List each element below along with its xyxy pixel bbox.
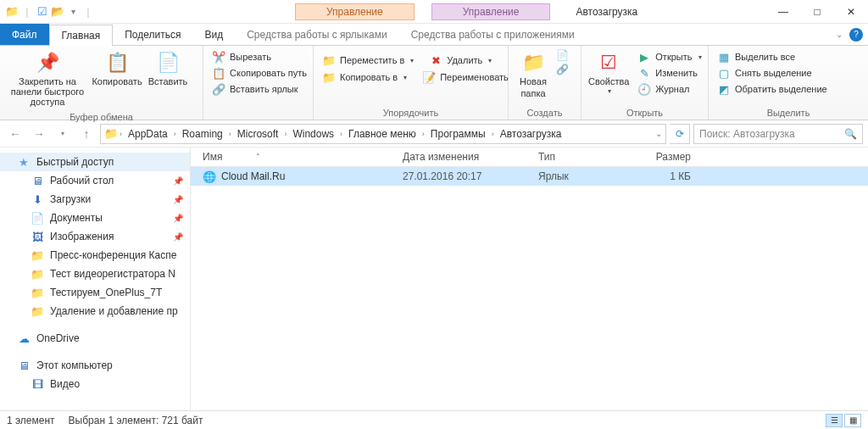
copy-button[interactable]: 📋 Копировать — [93, 49, 141, 88]
onedrive-icon: ☁ — [17, 332, 31, 345]
tab-shortcut-tools[interactable]: Средства работы с ярлыками — [235, 24, 398, 45]
crumb-windows[interactable]: Windows — [288, 128, 338, 140]
delete-button[interactable]: ✖Удалить▾ — [426, 53, 495, 68]
downloads-icon: ⬇ — [31, 192, 44, 206]
status-count: 1 элемент — [7, 415, 55, 426]
folder-icon: 📁 — [104, 127, 118, 140]
sidebar-desktop[interactable]: 🖥Рабочий стол📌 — [0, 171, 190, 190]
moveto-label: Переместить в — [340, 55, 404, 65]
refresh-button[interactable]: ⟳ — [670, 124, 690, 144]
column-date[interactable]: Дата изменения — [403, 151, 538, 163]
help-icon[interactable]: ? — [849, 28, 863, 42]
edit-label: Изменить — [655, 68, 698, 78]
navigation-pane[interactable]: ★Быстрый доступ 🖥Рабочий стол📌 ⬇Загрузки… — [0, 148, 191, 410]
ribbon-collapse-icon[interactable]: ⌄ — [836, 30, 843, 39]
crumb-startmenu[interactable]: Главное меню — [344, 128, 420, 140]
search-placeholder: Поиск: Автозагрузка — [699, 128, 795, 140]
pin-label: Закрепить на панели быстрого доступа — [7, 76, 88, 107]
breadcrumb[interactable]: 📁 › AppData› Roaming› Microsoft› Windows… — [100, 124, 666, 144]
rename-label: Переименовать — [440, 72, 509, 82]
column-type[interactable]: Тип — [538, 151, 632, 163]
easy-access-icon[interactable]: 🔗 — [556, 64, 569, 75]
qat-properties-icon[interactable]: ☑ — [36, 5, 49, 19]
qat-separator: | — [20, 5, 34, 19]
sidebar-onedrive[interactable]: ☁OneDrive — [0, 329, 190, 348]
crumb-microsoft[interactable]: Microsoft — [233, 128, 283, 140]
pin-to-quick-button[interactable]: 📌 Закрепить на панели быстрого доступа — [5, 49, 90, 109]
search-input[interactable]: Поиск: Автозагрузка 🔍 — [693, 124, 863, 144]
crumb-appdata[interactable]: AppData — [124, 128, 172, 140]
column-size[interactable]: Размер — [632, 151, 699, 163]
sidebar-folder-3[interactable]: 📁Тестируем_OnePlus_7T — [0, 283, 190, 302]
paste-shortcut-button[interactable]: 🔗Вставить ярлык — [209, 81, 310, 97]
column-headers[interactable]: Имя˄ Дата изменения Тип Размер — [191, 148, 868, 167]
sidebar-pictures[interactable]: 🖼Изображения📌 — [0, 227, 190, 246]
cut-icon: ✂️ — [212, 50, 225, 64]
file-size: 1 КБ — [632, 170, 699, 182]
crumb-roaming[interactable]: Roaming — [178, 128, 227, 140]
tab-file[interactable]: Файл — [0, 24, 49, 45]
rename-button[interactable]: 📝Переименовать — [419, 70, 512, 85]
sidebar-quick-access[interactable]: ★Быстрый доступ — [0, 153, 190, 171]
folder-icon: 📁 — [31, 304, 44, 318]
minimize-button[interactable]: — — [766, 0, 800, 24]
sidebar-downloads[interactable]: ⬇Загрузки📌 — [0, 190, 190, 209]
copyto-label: Копировать в — [340, 72, 398, 82]
properties-button[interactable]: ☑ Свойства ▾ — [587, 49, 631, 98]
column-name[interactable]: Имя˄ — [191, 151, 403, 163]
new-item-icon[interactable]: 📄 — [556, 49, 569, 61]
crumb-sep[interactable]: › — [118, 130, 124, 138]
status-selected: Выбран 1 элемент: 721 байт — [69, 415, 203, 426]
history-label: Журнал — [655, 84, 689, 94]
maximize-button[interactable]: □ — [800, 0, 834, 24]
sidebar-folder-1[interactable]: 📁Пресс-конференция Каспе — [0, 246, 190, 265]
file-row[interactable]: 🌐Cloud Mail.Ru 27.01.2016 20:17 Ярлык 1 … — [191, 167, 868, 186]
moveto-icon: 📁 — [322, 53, 336, 67]
history-button[interactable]: 🕘Журнал — [634, 81, 704, 97]
select-none-button[interactable]: ▢Снять выделение — [714, 65, 831, 81]
pasteshortcut-label: Вставить ярлык — [230, 84, 298, 94]
edit-button[interactable]: ✎Изменить — [634, 65, 704, 81]
copyto-button[interactable]: 📁Копировать в▾ — [319, 70, 410, 85]
selectall-label: Выделить все — [735, 52, 795, 62]
select-invert-button[interactable]: ◩Обратить выделение — [714, 81, 831, 97]
sidebar-thispc[interactable]: 🖥Этот компьютер — [0, 356, 190, 375]
paste-button[interactable]: 📄 Вставить — [144, 49, 192, 88]
open-button[interactable]: ▶Открыть▾ — [634, 49, 704, 64]
context-tab-apps[interactable]: Управление — [431, 3, 551, 20]
crumb-programs[interactable]: Программы — [426, 128, 490, 140]
tab-view[interactable]: Вид — [192, 24, 235, 45]
new-folder-button[interactable]: 📁 Новая папка — [514, 49, 553, 100]
group-select-title: Выделить — [709, 108, 868, 120]
cut-button[interactable]: ✂️Вырезать — [209, 49, 310, 64]
forward-button[interactable]: → — [29, 124, 49, 144]
copypath-button[interactable]: 📋Скопировать путь — [209, 65, 310, 81]
group-clipboard-title: Буфер обмена — [0, 112, 203, 124]
tab-share[interactable]: Поделиться — [113, 24, 192, 45]
pin-icon: 📌 — [173, 176, 183, 186]
view-icons-button[interactable]: ▦ — [844, 414, 861, 427]
crumb-startup[interactable]: Автозагрузка — [496, 128, 566, 140]
folder-icon: 📁 — [31, 267, 44, 281]
pictures-icon: 🖼 — [31, 230, 44, 243]
back-button[interactable]: ← — [5, 124, 25, 144]
sidebar-folder-2[interactable]: 📁Тест видеорегистратора N — [0, 265, 190, 283]
open-label: Открыть — [655, 52, 692, 62]
context-tab-shortcuts[interactable]: Управление — [295, 3, 415, 20]
qat-overflow-icon[interactable]: ▾ — [66, 5, 80, 19]
sidebar-videos[interactable]: 🎞Видео — [0, 375, 190, 393]
history-dropdown[interactable]: ▾ — [53, 124, 73, 144]
moveto-button[interactable]: 📁Переместить в▾ — [319, 53, 417, 68]
up-button[interactable]: ↑ — [76, 124, 97, 144]
tab-home[interactable]: Главная — [49, 25, 114, 46]
file-date: 27.01.2016 20:17 — [403, 170, 538, 182]
tab-app-tools[interactable]: Средства работы с приложениями — [399, 24, 587, 45]
select-all-button[interactable]: ▦Выделить все — [714, 49, 831, 64]
sidebar-documents[interactable]: 📄Документы📌 — [0, 209, 190, 227]
sidebar-folder-4[interactable]: 📁Удаление и добавление пр — [0, 302, 190, 320]
view-details-button[interactable]: ☰ — [826, 414, 843, 427]
crumb-dropdown-icon[interactable]: ⌄ — [655, 129, 662, 138]
file-name: Cloud Mail.Ru — [221, 170, 285, 182]
close-button[interactable]: ✕ — [834, 0, 868, 24]
copy-icon: 📋 — [105, 51, 129, 75]
